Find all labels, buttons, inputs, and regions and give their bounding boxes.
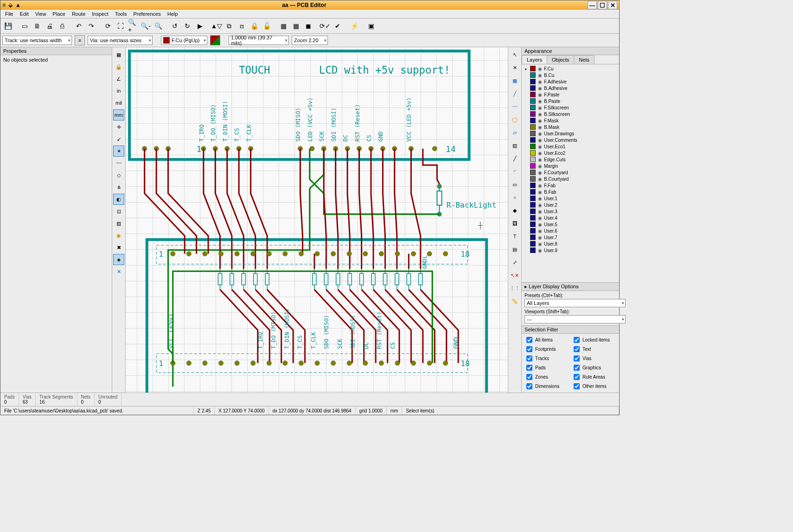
- layer-row[interactable]: ◉User.Drawings: [524, 130, 617, 137]
- layer-row[interactable]: ◉B.Silkscreen: [524, 111, 617, 117]
- script-console-icon[interactable]: ▣: [365, 20, 377, 32]
- track-width-select[interactable]: Track: use netclass width: [2, 36, 72, 45]
- layer-row[interactable]: ◉B.Courtyard: [524, 176, 617, 182]
- rotate-cw-icon[interactable]: ↻: [182, 20, 193, 32]
- menu-view[interactable]: View: [32, 11, 49, 17]
- undo-icon[interactable]: ↶: [73, 20, 84, 32]
- zoom-select[interactable]: Zoom 2.20: [292, 36, 328, 45]
- via-display-icon[interactable]: ⋔: [113, 182, 124, 193]
- table-tool-icon[interactable]: ▤: [509, 244, 520, 255]
- track-display-icon[interactable]: ◐: [113, 194, 124, 205]
- group-icon[interactable]: ⧉: [224, 20, 235, 32]
- arc-tool-icon[interactable]: ◜: [509, 166, 520, 177]
- via-size-select[interactable]: Via: use netclass sizes: [88, 36, 153, 45]
- keepout-tool-icon[interactable]: ▨: [509, 140, 520, 151]
- layer-row[interactable]: ▸◉F.Cu: [524, 65, 617, 72]
- dimension-tool-icon[interactable]: ⤢: [509, 257, 520, 268]
- layer-row[interactable]: ◉User.8: [524, 241, 617, 247]
- layer-row[interactable]: ◉User.Eco2: [524, 150, 617, 156]
- pcb-canvas[interactable]: TOUCH LCD with +5v support! 1 14 R-BackL…: [126, 47, 508, 393]
- filter-pads[interactable]: Pads: [524, 363, 569, 372]
- layer-row[interactable]: ◉User.Eco1: [524, 143, 617, 150]
- plot-icon[interactable]: ⎙: [57, 20, 68, 32]
- layer-display-options[interactable]: ▸ Layer Display Options: [522, 282, 619, 291]
- layer-row[interactable]: ◉User.3: [524, 208, 617, 215]
- units-mil-icon[interactable]: mil: [113, 97, 124, 108]
- filter-dimensions[interactable]: Dimensions: [524, 382, 569, 391]
- polar-icon[interactable]: ∠: [113, 73, 124, 84]
- minimize-button[interactable]: —: [588, 1, 597, 9]
- tab-nets[interactable]: Nets: [574, 55, 595, 64]
- diff-route-icon[interactable]: 〰: [509, 101, 520, 112]
- play-icon[interactable]: ▶: [194, 20, 205, 32]
- layer-row[interactable]: ◉User.1: [524, 195, 617, 202]
- presets-select[interactable]: All Layers: [524, 299, 626, 307]
- x-tool-icon[interactable]: ✕: [509, 62, 520, 73]
- footprint-editor-icon[interactable]: ▦: [278, 20, 289, 32]
- rect-tool-icon[interactable]: ▭: [509, 179, 520, 190]
- select-tool-icon[interactable]: ↖: [509, 49, 520, 60]
- layer-row[interactable]: ◉F.Fab: [524, 182, 617, 189]
- layer-row[interactable]: ◉User.9: [524, 247, 617, 253]
- layer-manager-icon[interactable]: ◈: [113, 254, 124, 265]
- lock-icon[interactable]: 🔒: [249, 20, 260, 32]
- delete-tool-icon[interactable]: ↖✕: [509, 270, 520, 281]
- menu-edit[interactable]: Edit: [17, 11, 32, 17]
- viewports-select[interactable]: ---: [524, 315, 626, 323]
- menu-preferences[interactable]: Preferences: [130, 11, 163, 17]
- print-icon[interactable]: 🖨: [44, 20, 55, 32]
- layer-row[interactable]: ◉F.Silkscreen: [524, 104, 617, 111]
- menu-icon[interactable]: ≡: [2, 2, 6, 8]
- route-tool-icon[interactable]: ╱: [509, 88, 520, 99]
- filter-other-items[interactable]: Other items: [572, 382, 616, 391]
- line-tool-icon[interactable]: ╱: [509, 153, 520, 164]
- cursor-icon[interactable]: ✛: [113, 121, 124, 133]
- footprint-browser-icon[interactable]: ▦: [290, 20, 301, 32]
- page-settings-icon[interactable]: 🗎: [32, 20, 43, 32]
- layer-row[interactable]: ◉F.Adhesive: [524, 78, 617, 85]
- layer-row[interactable]: ◉B.Mask: [524, 124, 617, 130]
- unlock-icon[interactable]: 🔓: [261, 20, 272, 32]
- ungroup-icon[interactable]: ⧈: [236, 20, 247, 32]
- refresh-icon[interactable]: ⟳: [102, 20, 114, 32]
- up-icon[interactable]: ▲: [15, 2, 21, 8]
- zoom-select-icon[interactable]: 🔍: [153, 20, 164, 32]
- tab-objects[interactable]: Objects: [547, 55, 574, 64]
- rotate-ccw-icon[interactable]: ↺: [169, 20, 180, 32]
- filter-graphics[interactable]: Graphics: [572, 363, 616, 372]
- layer-row[interactable]: ◉F.Paste: [524, 91, 617, 98]
- 3d-viewer-icon[interactable]: ◼: [303, 20, 314, 32]
- zoom-out-icon[interactable]: 🔍-: [140, 20, 151, 32]
- filter-vias[interactable]: Vias: [572, 354, 616, 363]
- zoom-fit-icon[interactable]: ⛶: [115, 20, 126, 32]
- layer-row[interactable]: ◉B.Fab: [524, 189, 617, 195]
- contrast-icon[interactable]: ◉: [113, 230, 124, 241]
- layer-row[interactable]: ◉F.Courtyard: [524, 169, 617, 176]
- filter-tracks[interactable]: Tracks: [524, 354, 569, 363]
- board-setup-icon[interactable]: ▭: [19, 20, 30, 32]
- circle-tool-icon[interactable]: ○: [509, 192, 520, 203]
- via-tool-icon[interactable]: ◯: [509, 114, 520, 125]
- units-in-icon[interactable]: in: [113, 85, 124, 96]
- measure-tool-icon[interactable]: 📏: [509, 296, 520, 307]
- units-mm-icon[interactable]: mm: [113, 109, 124, 120]
- drc-icon[interactable]: ✔: [332, 20, 343, 32]
- layer-row[interactable]: ◉Edge.Cuts: [524, 156, 617, 163]
- save-icon[interactable]: 💾: [2, 20, 13, 32]
- layer-row[interactable]: ◉Margin: [524, 163, 617, 169]
- polygon-tool-icon[interactable]: ◆: [509, 205, 520, 216]
- filter-rule-areas[interactable]: Rule Areas: [572, 373, 616, 381]
- filter-footprints[interactable]: Footprints: [524, 345, 569, 354]
- curved-icon[interactable]: 〰: [113, 158, 124, 169]
- ratsnest-icon[interactable]: ✶: [113, 146, 124, 157]
- outline-icon[interactable]: ◇: [113, 170, 124, 181]
- layers-list[interactable]: ▸◉F.Cu◉B.Cu◉F.Adhesive◉B.Adhesive◉F.Past…: [522, 64, 619, 282]
- layer-row[interactable]: ◉B.Paste: [524, 98, 617, 104]
- layer-pair-icon[interactable]: [210, 35, 220, 45]
- layer-select[interactable]: F.Cu (PgUp): [161, 36, 207, 45]
- menu-help[interactable]: Help: [165, 11, 181, 17]
- filter-zones[interactable]: Zones: [524, 373, 569, 381]
- grid-select[interactable]: 1.0000 mm (39.37 mils): [229, 36, 289, 45]
- mirror-icon[interactable]: ▲▽: [211, 20, 222, 32]
- layer-row[interactable]: ◉User.2: [524, 202, 617, 208]
